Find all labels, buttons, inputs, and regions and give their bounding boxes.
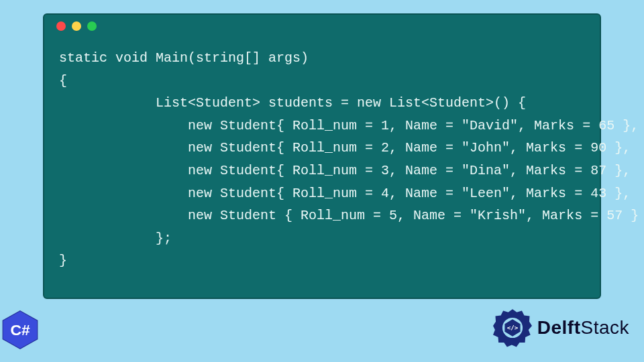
window-titlebar <box>44 15 600 38</box>
maximize-icon <box>87 21 97 31</box>
badge-text: C# <box>10 321 30 339</box>
hexagon-icon: C# <box>0 310 40 350</box>
csharp-badge: C# <box>0 310 40 350</box>
minimize-icon <box>72 21 81 31</box>
brand-logo: </> DelftStack <box>493 308 629 347</box>
brand-name: DelftStack <box>537 317 629 339</box>
brand-part2: Stack <box>580 317 629 338</box>
close-icon <box>56 21 66 31</box>
svg-text:</>: </> <box>506 324 518 331</box>
brand-part1: Delft <box>537 317 581 338</box>
code-block: static void Main(string[] args) { List<S… <box>44 38 600 283</box>
code-window: static void Main(string[] args) { List<S… <box>43 13 601 299</box>
gear-icon: </> <box>493 308 532 347</box>
